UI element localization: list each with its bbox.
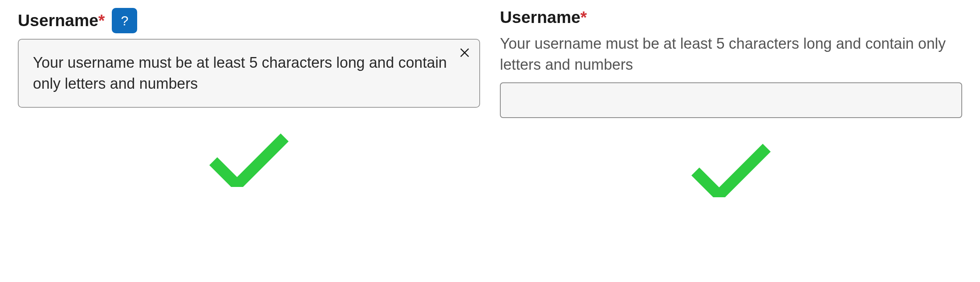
tooltip-close-button[interactable] [457,45,472,61]
example-tooltip-pattern: Username* ? Your username must be at lea… [8,8,490,274]
label-row: Username* [500,8,962,27]
example-inline-helper-pattern: Username* Your username must be at least… [490,8,972,274]
required-asterisk: * [580,8,587,27]
checkmark-good [18,124,480,189]
close-icon [459,54,471,60]
checkmark-good [500,134,962,199]
tooltip-text: Your username must be at least 5 charact… [33,54,447,92]
label-row: Username* ? [18,8,480,33]
field-label: Username* [500,8,587,27]
helper-text: Your username must be at least 5 charact… [500,33,962,75]
username-input[interactable] [500,82,962,118]
svg-marker-3 [691,144,771,197]
field-label: Username* [18,11,105,30]
required-asterisk: * [98,11,105,30]
checkmark-icon [209,124,289,189]
help-button[interactable]: ? [112,8,137,33]
svg-marker-2 [209,133,289,187]
question-mark-icon: ? [121,13,128,29]
checkmark-icon [691,134,771,199]
label-text: Username [500,8,580,27]
tooltip-box: Your username must be at least 5 charact… [18,39,480,108]
label-text: Username [18,11,98,30]
